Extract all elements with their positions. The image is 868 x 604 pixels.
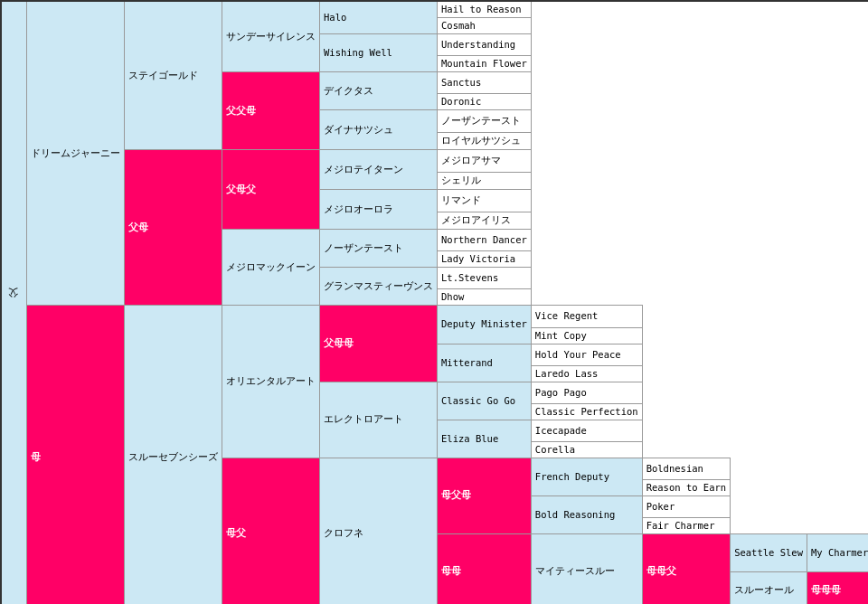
kurofune-cell: クロフネ xyxy=(320,458,438,604)
mint-copy-label: Mint Copy xyxy=(535,330,587,341)
seattle-slew-cell: Seattle Slew xyxy=(731,533,807,571)
classic-go-go-cell: Classic Go Go xyxy=(438,382,532,420)
seattle-slew-label: Seattle Slew xyxy=(734,547,803,558)
vice-regent-label: Vice Regent xyxy=(535,310,599,321)
mf-label-cell: 母父 xyxy=(222,458,320,604)
poker-cell: Poker xyxy=(642,495,731,517)
dhow-cell: Dhow xyxy=(438,289,532,306)
wishing-well-label: Wishing Well xyxy=(324,47,392,58)
mmf2-label: 母母父 xyxy=(646,565,676,576)
maity-slew-label: マイティースルー xyxy=(535,565,615,576)
understanding-label: Understanding xyxy=(441,39,515,50)
dynasatsusu-cell: ダイナサツシュ xyxy=(320,110,438,150)
fair-charmer-cell: Fair Charmer xyxy=(642,517,731,533)
northern-dancer2-cell: Northern Dancer xyxy=(438,230,532,251)
mejiro-maqueen-cell: メジロマックイーン xyxy=(222,230,320,306)
royal-satsush-cell: ロイヤルサツシュ xyxy=(438,133,532,150)
cosmah-cell: Cosmah xyxy=(438,18,532,34)
slew-seven-seasons-cell: スルーセブンシーズ xyxy=(125,306,222,604)
classic-perfection-label: Classic Perfection xyxy=(535,406,638,417)
cheryl-label: シェリル xyxy=(441,175,481,185)
sunday-silence-label: サンデーサイレンス xyxy=(226,31,316,42)
lady-victoria-cell: Lady Victoria xyxy=(438,251,532,268)
kurofune-label: クロフネ xyxy=(324,527,363,538)
mejiro-aurora2-label: メジロオーロラ xyxy=(324,203,393,214)
stayingold-label: ステイゴールド xyxy=(128,70,198,80)
slew-all-label: スルーオール xyxy=(734,584,794,595)
halo-label: Halo xyxy=(324,12,346,23)
hold-your-peace-label: Hold Your Peace xyxy=(535,349,621,360)
corella-label: Corella xyxy=(535,444,575,455)
hail-to-reason-label: Hail to Reason xyxy=(441,4,522,14)
mejiro-iris-cell: メジロアイリス xyxy=(438,212,532,230)
sunday-silence-cell: サンデーサイレンス xyxy=(222,1,320,72)
vice-regent-cell: Vice Regent xyxy=(531,306,642,327)
fmf-label-cell: 父母父 xyxy=(222,150,320,230)
deikutasu-label: デイクタス xyxy=(324,85,373,96)
slew-all-cell: スルーオール xyxy=(731,571,807,604)
reason-to-earn-cell: Reason to Earn xyxy=(642,479,731,495)
mejiro-iris-label: メジロアイリス xyxy=(441,214,511,225)
mejiro-asama-label: メジロアサマ xyxy=(441,155,501,165)
deputy-minister-label: Deputy Minister xyxy=(441,318,527,329)
oriental-art-label: オリエンタルアート xyxy=(226,375,316,386)
mejiro-aurora2-cell: メジロオーロラ xyxy=(320,190,438,230)
mejiroteitarn-label: メジロテイターン xyxy=(324,164,403,175)
pago-pago-cell: Pago Pago xyxy=(531,382,642,403)
classic-perfection-cell: Classic Perfection xyxy=(531,403,642,420)
mint-copy-cell: Mint Copy xyxy=(531,327,642,344)
lt-stevens-label: Lt.Stevens xyxy=(441,272,498,283)
cosmah-label: Cosmah xyxy=(441,20,476,31)
mff-label-cell: 父母母 xyxy=(320,306,438,382)
nozantaste-label: ノーザンテースト xyxy=(441,115,521,126)
mitterand-label: Mitterand xyxy=(441,357,493,368)
lady-victoria-label: Lady Victoria xyxy=(441,253,515,264)
understanding-cell: Understanding xyxy=(438,34,532,56)
oriental-art-cell: オリエンタルアート xyxy=(222,306,320,458)
laredo-lass-cell: Laredo Lass xyxy=(531,365,642,382)
dream-journey-label: ドリームジャーニー xyxy=(31,147,120,158)
my-charmer-label: My Charmer xyxy=(811,547,868,558)
fmf-label: 父母父 xyxy=(226,184,256,194)
mejiroteitarn-cell: メジロテイターン xyxy=(320,150,438,190)
my-charmer-cell: My Charmer xyxy=(807,533,869,571)
sanctus-cell: Sanctus xyxy=(438,72,532,94)
mmf2-label-cell: 母母父 xyxy=(642,533,731,604)
mmf-label: 母父母 xyxy=(441,489,471,500)
french-deputy-label: French Deputy xyxy=(535,471,609,482)
mf-label: 母父 xyxy=(226,527,246,538)
poker-label: Poker xyxy=(646,501,675,512)
fm-label: 父母 xyxy=(128,222,148,232)
northern-dancer2-label: Northern Dancer xyxy=(441,234,527,245)
mmf-label-cell: 母父母 xyxy=(438,458,532,533)
ffm-label: 父父母 xyxy=(226,105,256,116)
doronic-cell: Doronic xyxy=(438,94,532,110)
bold-reasoning-cell: Bold Reasoning xyxy=(531,495,642,533)
wishing-well-cell: Wishing Well xyxy=(320,34,438,72)
french-deputy-cell: French Deputy xyxy=(531,458,642,495)
hail-to-reason-cell: Hail to Reason xyxy=(438,1,532,18)
northern-taste2-label: ノーザンテースト xyxy=(324,242,403,253)
mmm-label: 母母母 xyxy=(811,584,841,595)
classic-go-go-label: Classic Go Go xyxy=(441,395,515,406)
deikutasu-cell: デイクタス xyxy=(320,72,438,110)
deputy-minister-cell: Deputy Minister xyxy=(438,306,532,344)
pedigree-table: 父 ドリームジャーニー ステイゴールド サンデーサイレンス Halo Hail … xyxy=(0,0,868,604)
dhow-label: Dhow xyxy=(441,291,464,302)
icecapade-label: Icecapade xyxy=(535,425,587,436)
mejiro-maqueen-label: メジロマックイーン xyxy=(226,261,316,272)
eliza-blue-label: Eliza Blue xyxy=(441,433,498,444)
dream-journey-cell: ドリームジャーニー xyxy=(27,1,125,306)
cheryl-cell: シェリル xyxy=(438,173,532,190)
mitterand-cell: Mitterand xyxy=(438,344,532,382)
mm-label-cell: 母母 xyxy=(438,533,532,604)
reason-to-earn-label: Reason to Earn xyxy=(646,482,727,493)
mmm-label-cell: 母母母 xyxy=(807,571,869,604)
icecapade-cell: Icecapade xyxy=(531,420,642,441)
mountain-flower-cell: Mountain Flower xyxy=(438,56,532,72)
bold-reasoning-label: Bold Reasoning xyxy=(535,509,616,520)
corella-cell: Corella xyxy=(531,441,642,458)
halo-cell: Halo xyxy=(320,1,438,34)
rimand-cell: リマンド xyxy=(438,190,532,212)
laredo-lass-label: Laredo Lass xyxy=(535,368,599,379)
